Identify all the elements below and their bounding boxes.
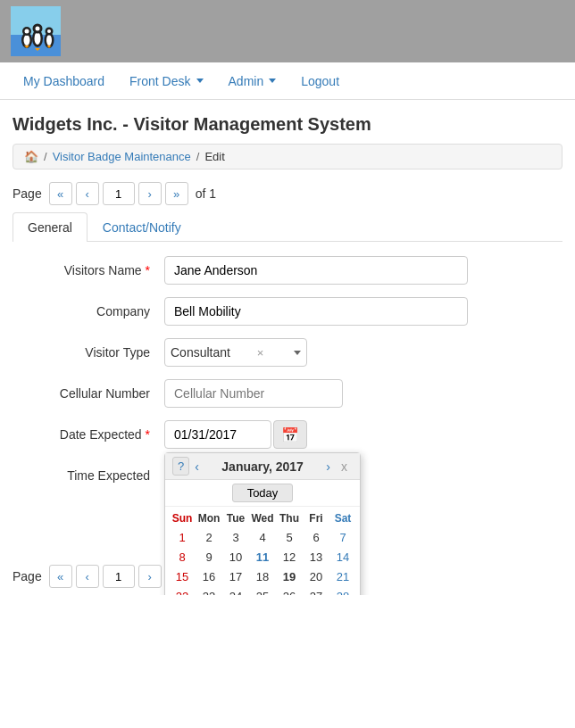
calendar-days-header: Sun Mon Tue Wed Thu Fri Sat bbox=[169, 510, 356, 526]
page-input-bottom[interactable] bbox=[103, 565, 135, 588]
cal-day-22[interactable]: 22 bbox=[169, 587, 196, 595]
calendar-today-row: Today bbox=[165, 480, 360, 507]
tabs: General Contact/Notify bbox=[12, 212, 562, 242]
cal-day-24[interactable]: 24 bbox=[222, 587, 249, 595]
page-prev-top[interactable]: ‹ bbox=[76, 182, 99, 205]
svg-point-5 bbox=[25, 29, 29, 34]
calendar-today-button[interactable]: Today bbox=[232, 484, 294, 502]
breadcrumb-current: Edit bbox=[204, 150, 224, 163]
calendar-prev-button[interactable]: ‹ bbox=[189, 458, 204, 476]
cal-week-2: 8 9 10 11 12 13 14 bbox=[169, 548, 356, 567]
visitor-type-select[interactable]: Consultant × bbox=[164, 338, 307, 367]
cal-day-25[interactable]: 25 bbox=[249, 587, 276, 595]
cal-day-20[interactable]: 20 bbox=[303, 567, 329, 586]
time-expected-label: Time Expected bbox=[12, 468, 164, 483]
breadcrumb: 🏠 / Visitor Badge Maintenance / Edit bbox=[12, 144, 562, 170]
date-expected-wrap: 📅 ? ‹ January, 2017 › x Today bbox=[164, 420, 307, 449]
date-required: * bbox=[146, 427, 150, 442]
cal-day-27[interactable]: 27 bbox=[303, 587, 329, 595]
calendar-next-button[interactable]: › bbox=[321, 458, 336, 476]
navigation: My Dashboard Front Desk Admin Logout bbox=[0, 62, 575, 100]
cal-day-17[interactable]: 17 bbox=[222, 567, 249, 586]
page-label-top: Page bbox=[12, 186, 42, 201]
cal-day-21[interactable]: 21 bbox=[329, 567, 356, 586]
cal-day-23[interactable]: 23 bbox=[196, 587, 222, 595]
cal-day-5[interactable]: 5 bbox=[276, 528, 303, 547]
cal-day-19[interactable]: 19 bbox=[276, 567, 303, 586]
cal-day-11[interactable]: 11 bbox=[249, 548, 276, 567]
visitor-type-value: Consultant bbox=[171, 345, 230, 360]
admin-caret-icon bbox=[269, 79, 276, 83]
visitor-type-row: Visitor Type Consultant × bbox=[12, 338, 562, 367]
date-expected-row: Date Expected * 📅 ? ‹ January, 2017 › x bbox=[12, 420, 562, 449]
cal-day-1[interactable]: 1 bbox=[169, 528, 196, 547]
page-input-top[interactable] bbox=[103, 182, 135, 205]
visitors-name-label: Visitors Name * bbox=[12, 263, 164, 277]
cellular-label: Cellular Number bbox=[12, 386, 164, 401]
cal-day-2[interactable]: 2 bbox=[196, 528, 222, 547]
cal-week-3: 15 16 17 18 19 20 21 bbox=[169, 567, 356, 586]
nav-admin[interactable]: Admin bbox=[218, 65, 288, 97]
visitors-name-row: Visitors Name * bbox=[12, 256, 562, 285]
cal-day-13[interactable]: 13 bbox=[303, 548, 329, 567]
date-expected-input[interactable] bbox=[164, 420, 271, 449]
cal-hdr-mon: Mon bbox=[196, 510, 222, 526]
cal-day-8[interactable]: 8 bbox=[169, 548, 196, 567]
visitor-type-clear-icon[interactable]: × bbox=[257, 346, 264, 360]
page-first-bottom[interactable]: « bbox=[49, 565, 72, 588]
page-next-top[interactable]: › bbox=[138, 182, 162, 205]
nav-dashboard[interactable]: My Dashboard bbox=[12, 65, 115, 97]
cal-week-1: 1 2 3 4 5 6 7 bbox=[169, 528, 356, 547]
cal-day-18[interactable]: 18 bbox=[249, 567, 276, 586]
svg-point-10 bbox=[36, 27, 40, 31]
tab-general[interactable]: General bbox=[12, 212, 88, 242]
cal-day-4[interactable]: 4 bbox=[249, 528, 276, 547]
cal-hdr-sat: Sat bbox=[329, 510, 356, 526]
cal-week-4: 22 23 24 25 26 27 28 bbox=[169, 587, 356, 595]
cal-day-12[interactable]: 12 bbox=[276, 548, 303, 567]
nav-logout[interactable]: Logout bbox=[290, 65, 350, 97]
cal-day-6[interactable]: 6 bbox=[303, 528, 329, 547]
visitor-type-label: Visitor Type bbox=[12, 345, 164, 360]
cal-hdr-wed: Wed bbox=[249, 510, 276, 526]
breadcrumb-link[interactable]: Visitor Badge Maintenance bbox=[53, 150, 191, 163]
calendar-help-button[interactable]: ? bbox=[172, 457, 189, 476]
visitors-name-input[interactable] bbox=[164, 256, 468, 285]
cal-day-16[interactable]: 16 bbox=[196, 567, 222, 586]
breadcrumb-sep1: / bbox=[44, 150, 47, 163]
visitors-name-required: * bbox=[146, 263, 150, 277]
page-title-area: Widgets Inc. - Visitor Management System… bbox=[0, 100, 575, 175]
company-input[interactable] bbox=[164, 297, 468, 326]
cal-day-10[interactable]: 10 bbox=[222, 548, 249, 567]
page-label-bottom: Page bbox=[12, 569, 42, 583]
cal-day-26[interactable]: 26 bbox=[276, 587, 303, 595]
pagination-top: Page « ‹ › » of 1 bbox=[0, 175, 575, 212]
cal-day-15[interactable]: 15 bbox=[169, 567, 196, 586]
cal-hdr-fri: Fri bbox=[303, 510, 329, 526]
nav-frontdesk[interactable]: Front Desk bbox=[119, 65, 213, 97]
app-header bbox=[0, 0, 575, 62]
cal-day-9[interactable]: 9 bbox=[196, 548, 222, 567]
page-next-bottom[interactable]: › bbox=[138, 565, 162, 588]
calendar-weeks: 1 2 3 4 5 6 7 8 9 10 bbox=[169, 528, 356, 595]
cal-hdr-thu: Thu bbox=[276, 510, 303, 526]
tab-contact[interactable]: Contact/Notify bbox=[88, 212, 196, 242]
cal-day-14[interactable]: 14 bbox=[329, 548, 356, 567]
frontdesk-caret-icon bbox=[196, 79, 204, 83]
cellular-input[interactable] bbox=[164, 379, 343, 408]
calendar-close-button[interactable]: x bbox=[336, 458, 353, 476]
cal-hdr-sun: Sun bbox=[169, 510, 196, 526]
cal-day-7[interactable]: 7 bbox=[329, 528, 356, 547]
page-prev-bottom[interactable]: ‹ bbox=[76, 565, 99, 588]
cellular-row: Cellular Number bbox=[12, 379, 562, 408]
page-title: Widgets Inc. - Visitor Management System bbox=[12, 114, 562, 135]
page-of-top: of 1 bbox=[196, 186, 216, 201]
calendar-button[interactable]: 📅 bbox=[273, 420, 307, 449]
cal-day-28[interactable]: 28 bbox=[329, 587, 356, 595]
page-first-top[interactable]: « bbox=[49, 182, 72, 205]
date-expected-label: Date Expected * bbox=[12, 427, 164, 442]
visitor-type-dropdown-icon[interactable] bbox=[294, 351, 301, 355]
page-last-top[interactable]: » bbox=[165, 182, 188, 205]
breadcrumb-home[interactable]: 🏠 bbox=[24, 150, 38, 163]
cal-day-3[interactable]: 3 bbox=[222, 528, 249, 547]
